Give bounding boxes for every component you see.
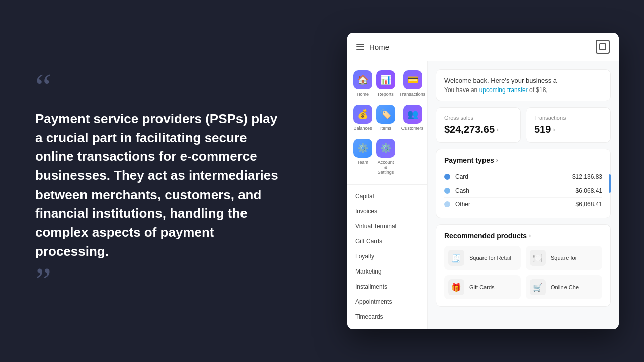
online-checkout-icon: 🛒	[530, 279, 546, 295]
welcome-line2: You have an upcoming transfer of $18,	[444, 86, 602, 94]
left-panel: “ Payment service providers (PSPs) play …	[0, 0, 322, 362]
transactions-label-stat: Transactions	[534, 115, 602, 121]
content-area: Welcome back. Here's your business a You…	[428, 61, 619, 329]
payment-types-card: Payment types › Card $12,136.83	[436, 149, 611, 218]
sidebar: 🏠 Home 📊 Reports 💳 Transactions 💰 Balanc…	[347, 61, 428, 329]
reports-icon: 📊	[376, 70, 395, 89]
welcome-line1: Welcome back. Here's your business a	[444, 77, 602, 84]
home-label: Home	[357, 92, 369, 97]
payment-amount-card: $12,136.83	[572, 173, 602, 180]
account-icon: ⚙️	[376, 139, 395, 158]
product-restaurant[interactable]: 🍽️ Square for	[526, 246, 602, 270]
recommended-products-title: Recommended products ›	[444, 232, 602, 240]
retail-icon: 🧾	[448, 250, 464, 266]
sidebar-item-team[interactable]: ⚙️ Team	[351, 135, 374, 179]
app-window: Home 🏠 Home 📊 Reports	[347, 33, 619, 329]
team-label: Team	[357, 160, 368, 165]
nav-marketing[interactable]: Marketing	[347, 264, 427, 279]
other-dot	[444, 201, 450, 207]
payment-row-cash: Cash $6,068.41	[444, 184, 602, 198]
title-bar: Home	[347, 33, 619, 61]
welcome-banner: Welcome back. Here's your business a You…	[436, 69, 611, 101]
nav-capital[interactable]: Capital	[347, 189, 427, 204]
payment-name-other: Other	[455, 201, 470, 208]
sidebar-item-reports[interactable]: 📊 Reports	[374, 66, 397, 101]
sidebar-nav: Capital Invoices Virtual Terminal Gift C…	[347, 185, 427, 329]
payment-name-card: Card	[455, 173, 468, 180]
welcome-prefix: You have an	[444, 86, 479, 94]
payment-types-title: Payment types ›	[444, 156, 602, 164]
online-checkout-name: Online Che	[551, 284, 579, 290]
upcoming-transfer-link[interactable]: upcoming transfer	[479, 86, 528, 94]
sidebar-item-home[interactable]: 🏠 Home	[351, 66, 374, 101]
restaurant-icon: 🍽️	[530, 250, 546, 266]
balances-label: Balances	[353, 126, 372, 131]
close-quote-mark: ”	[35, 274, 287, 288]
product-gift-cards[interactable]: 🎁 Gift Cards	[444, 275, 521, 299]
reports-label: Reports	[378, 92, 394, 97]
payment-types-arrow: ›	[496, 157, 498, 164]
gift-cards-icon: 🎁	[448, 279, 464, 295]
home-icon: 🏠	[353, 70, 372, 89]
sidebar-item-items[interactable]: 🏷️ Items	[374, 101, 397, 135]
team-icon: ⚙️	[353, 139, 372, 158]
nav-appointments[interactable]: Appointments	[347, 294, 427, 309]
sidebar-item-transactions[interactable]: 💳 Transactions	[397, 66, 427, 101]
nav-installments[interactable]: Installments	[347, 279, 427, 294]
recommended-products-arrow: ›	[529, 232, 531, 239]
payment-amount-cash: $6,068.41	[576, 187, 602, 194]
sidebar-item-customers[interactable]: 👥 Customers	[397, 101, 427, 135]
quote-text: Payment service providers (PSPs) play a …	[35, 110, 287, 261]
sidebar-item-balances[interactable]: 💰 Balances	[351, 101, 374, 135]
icon-grid: 🏠 Home 📊 Reports 💳 Transactions 💰 Balanc…	[347, 61, 427, 185]
recommended-products-card: Recommended products › 🧾 Square for Reta…	[436, 224, 611, 307]
nav-payroll[interactable]: Payroll	[347, 324, 427, 329]
transactions-arrow: ›	[553, 126, 555, 133]
transactions-icon: 💳	[403, 70, 422, 89]
right-panel: Home 🏠 Home 📊 Reports	[322, 23, 644, 339]
cash-dot	[444, 188, 450, 194]
customers-icon: 👥	[403, 105, 422, 124]
customers-label: Customers	[401, 126, 424, 131]
payment-items: Card $12,136.83 Cash $6,068.41	[444, 170, 602, 211]
nav-virtual-terminal[interactable]: Virtual Terminal	[347, 219, 427, 234]
payment-row-cash-left: Cash	[444, 187, 469, 194]
payment-row-left: Card	[444, 173, 468, 180]
restaurant-name: Square for	[551, 255, 577, 261]
payment-row-other: Other $6,068.41	[444, 198, 602, 211]
items-icon: 🏷️	[376, 105, 395, 124]
payment-row-card: Card $12,136.83	[444, 170, 602, 184]
app-title: Home	[369, 43, 389, 51]
payment-row-other-left: Other	[444, 201, 470, 208]
transactions-card[interactable]: Transactions 519 ›	[526, 107, 611, 143]
nav-gift-cards[interactable]: Gift Cards	[347, 234, 427, 249]
product-retail[interactable]: 🧾 Square for Retail	[444, 246, 521, 270]
main-content: 🏠 Home 📊 Reports 💳 Transactions 💰 Balanc…	[347, 61, 619, 329]
stats-row: Gross sales $24,273.65 › Transactions 51…	[436, 107, 611, 143]
balances-icon: 💰	[353, 105, 372, 124]
product-online-checkout[interactable]: 🛒 Online Che	[526, 275, 602, 299]
sidebar-item-account[interactable]: ⚙️ Account & Settings	[374, 135, 397, 179]
gross-sales-card[interactable]: Gross sales $24,273.65 ›	[436, 107, 521, 143]
gross-sales-arrow: ›	[497, 126, 499, 133]
payment-name-cash: Cash	[455, 187, 469, 194]
nav-loyalty[interactable]: Loyalty	[347, 249, 427, 264]
payment-amount-other: $6,068.41	[576, 201, 602, 208]
transactions-label: Transactions	[399, 92, 425, 97]
scroll-indicator	[609, 174, 611, 193]
gross-sales-value: $24,273.65 ›	[444, 124, 512, 135]
card-dot	[444, 174, 450, 180]
nav-timecards[interactable]: Timecards	[347, 309, 427, 324]
welcome-suffix: of $18,	[528, 86, 548, 94]
title-bar-left: Home	[356, 43, 389, 51]
nav-invoices[interactable]: Invoices	[347, 204, 427, 219]
retail-name: Square for Retail	[469, 255, 511, 261]
hamburger-icon[interactable]	[356, 44, 364, 50]
products-grid: 🧾 Square for Retail 🍽️ Square for 🎁 Gift…	[444, 246, 602, 299]
open-quote-mark: “	[35, 74, 287, 100]
items-label: Items	[380, 126, 391, 131]
gift-cards-name: Gift Cards	[469, 284, 495, 290]
gross-sales-label: Gross sales	[444, 115, 512, 121]
transactions-value: 519 ›	[534, 124, 602, 135]
window-control-button[interactable]	[596, 40, 610, 54]
